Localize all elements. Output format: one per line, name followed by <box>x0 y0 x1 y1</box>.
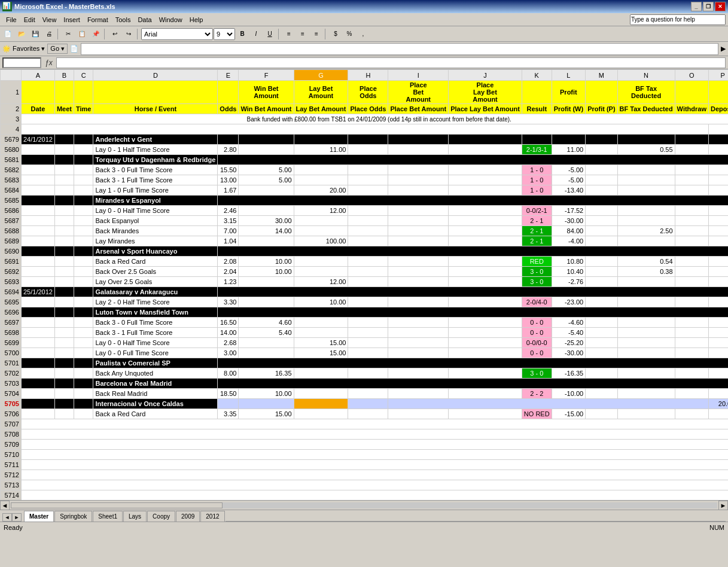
r5699-withdraw[interactable] <box>675 338 708 348</box>
r5698-h[interactable] <box>348 328 388 338</box>
open-button[interactable]: 📂 <box>15 28 28 41</box>
r5687-b[interactable] <box>54 216 74 226</box>
r5687-a[interactable] <box>22 216 55 226</box>
r5680-profit-p[interactable] <box>586 145 617 155</box>
r5695-withdraw[interactable] <box>675 297 708 307</box>
r5696-a[interactable] <box>22 307 55 318</box>
r5693-result[interactable]: 3 - 0 <box>522 277 552 287</box>
col-d-header[interactable]: D <box>93 70 218 81</box>
r5705-b[interactable] <box>54 399 74 409</box>
r5681-horse[interactable]: Torquay Utd v Dagenham & Redbridge <box>93 155 218 165</box>
print-button[interactable]: 🖨 <box>42 28 56 41</box>
col-a-header[interactable]: A <box>22 70 55 81</box>
rn-5697[interactable]: 5697 <box>1 318 22 328</box>
r5702-b[interactable] <box>54 368 74 379</box>
r4-empty[interactable] <box>22 124 709 135</box>
tab-scroll-right[interactable]: ► <box>12 513 22 522</box>
r5693-i[interactable] <box>388 277 449 287</box>
r5695-lay[interactable]: 10.00 <box>294 297 348 307</box>
r5701-rest[interactable] <box>218 358 728 368</box>
r5706-bftax[interactable] <box>617 409 675 419</box>
r5693-lay[interactable]: 12.00 <box>294 277 348 287</box>
r5684-c[interactable] <box>74 185 93 196</box>
r5682-bftax[interactable] <box>617 165 675 175</box>
rn-5698[interactable]: 5698 <box>1 328 22 338</box>
r5689-win[interactable] <box>239 236 294 246</box>
tab-springbok[interactable]: Springbok <box>54 511 92 522</box>
r5697-i[interactable] <box>388 318 449 328</box>
rn-5679[interactable]: 5679 <box>1 135 22 145</box>
r5683-deposit[interactable] <box>709 175 728 185</box>
r5700-win[interactable] <box>239 348 294 358</box>
r1-d[interactable] <box>93 81 218 104</box>
rn-5708[interactable]: 5708 <box>1 429 22 440</box>
r5684-lay[interactable]: 20.00 <box>294 185 348 196</box>
r5704-h[interactable] <box>348 389 388 399</box>
r5684-profit-w[interactable]: -13.40 <box>552 185 585 196</box>
r5690-c[interactable] <box>74 246 93 257</box>
r5683-j[interactable] <box>449 175 522 185</box>
save-button[interactable]: 💾 <box>29 28 42 41</box>
r5706-odds[interactable]: 3.35 <box>218 409 239 419</box>
r5695-profit-w[interactable]: -23.00 <box>552 297 585 307</box>
r5687-bftax[interactable] <box>617 216 675 226</box>
r5703-c[interactable] <box>74 379 93 389</box>
r5683-profit-w[interactable]: -5.00 <box>552 175 585 185</box>
r5689-j[interactable] <box>449 236 522 246</box>
r5682-odds[interactable]: 15.50 <box>218 165 239 175</box>
r5699-h[interactable] <box>348 338 388 348</box>
r5701-a[interactable] <box>22 358 55 368</box>
r5700-withdraw[interactable] <box>675 348 708 358</box>
r5684-bftax[interactable] <box>617 185 675 196</box>
r5682-win[interactable]: 5.00 <box>239 165 294 175</box>
r5686-horse[interactable]: Lay 0 - 0 Half Time Score <box>93 206 218 216</box>
r5698-result[interactable]: 0 - 0 <box>522 328 552 338</box>
row-1-header[interactable]: 1 <box>1 81 22 104</box>
menu-window[interactable]: Window <box>156 15 186 25</box>
scroll-left-btn[interactable]: ◄ <box>0 501 10 510</box>
tab-lays[interactable]: Lays <box>123 511 147 522</box>
r5687-j[interactable] <box>449 216 522 226</box>
r5694-c[interactable] <box>74 287 93 297</box>
r5703-a[interactable] <box>22 379 55 389</box>
rn-5712[interactable]: 5712 <box>1 470 22 480</box>
align-right[interactable]: ≡ <box>310 28 323 41</box>
r5698-profit-p[interactable] <box>586 328 617 338</box>
rn-5680[interactable]: 5680 <box>1 145 22 155</box>
r5695-win[interactable] <box>239 297 294 307</box>
r5692-profit-w[interactable]: 10.40 <box>552 267 585 277</box>
r5689-result[interactable]: 2 - 1 <box>522 236 552 246</box>
r5692-h[interactable] <box>348 267 388 277</box>
r5684-profit-p[interactable] <box>586 185 617 196</box>
r5679-k[interactable] <box>522 135 552 145</box>
r5680-bftax[interactable]: 0.55 <box>617 145 675 155</box>
r5691-bftax[interactable]: 0.54 <box>617 257 675 267</box>
r5692-c[interactable] <box>74 267 93 277</box>
r5704-b[interactable] <box>54 389 74 399</box>
r5693-profit-p[interactable] <box>586 277 617 287</box>
r5682-result[interactable]: 1 - 0 <box>522 165 552 175</box>
r5686-lay[interactable]: 12.00 <box>294 206 348 216</box>
r5689-i[interactable] <box>388 236 449 246</box>
r5683-h[interactable] <box>348 175 388 185</box>
r5680-lay[interactable]: 11.00 <box>294 145 348 155</box>
r5713-empty[interactable] <box>22 480 729 490</box>
rn-5709[interactable]: 5709 <box>1 440 22 450</box>
r5679-g[interactable] <box>294 135 348 145</box>
r5702-win[interactable]: 16.35 <box>239 368 294 379</box>
r5682-horse[interactable]: Back 3 - 0 Full Time Score <box>93 165 218 175</box>
r5709-empty[interactable] <box>22 440 729 450</box>
r5680-profit-w[interactable]: 11.00 <box>552 145 585 155</box>
menu-help[interactable]: Help <box>186 15 207 25</box>
r5691-h[interactable] <box>348 257 388 267</box>
col-g-header[interactable]: G <box>294 70 348 81</box>
r5702-profit-p[interactable] <box>586 368 617 379</box>
r5700-h[interactable] <box>348 348 388 358</box>
r5693-j[interactable] <box>449 277 522 287</box>
rn-5701[interactable]: 5701 <box>1 358 22 368</box>
r5692-withdraw[interactable] <box>675 267 708 277</box>
rn-5690[interactable]: 5690 <box>1 246 22 257</box>
r5700-odds[interactable]: 3.00 <box>218 348 239 358</box>
r1-g[interactable]: Lay BetAmount <box>294 81 348 104</box>
r5693-h[interactable] <box>348 277 388 287</box>
